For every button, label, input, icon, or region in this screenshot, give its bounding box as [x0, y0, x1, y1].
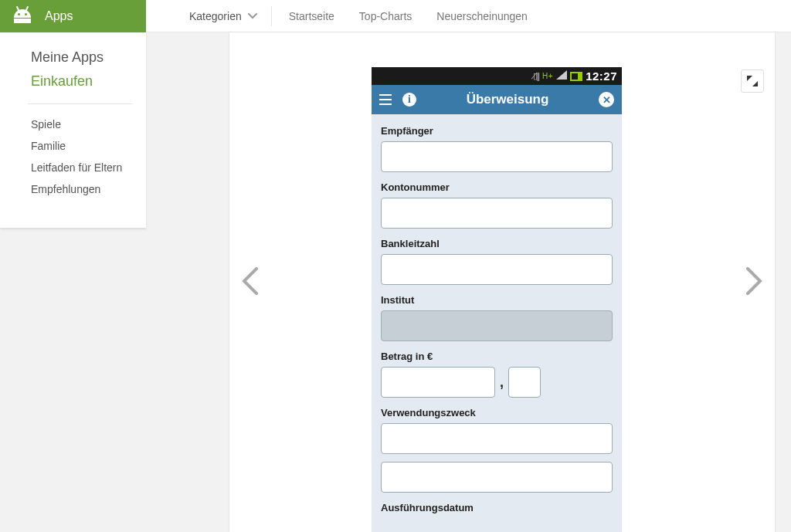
amount-euro-input[interactable] [381, 367, 495, 398]
purpose-input-1[interactable] [381, 423, 613, 454]
categories-label: Kategorien [189, 10, 242, 22]
close-icon[interactable]: ✕ [599, 92, 614, 107]
android-icon [14, 9, 31, 23]
bank-input [381, 310, 613, 341]
sidebar-divider [28, 103, 132, 104]
amount-label: Betrag in € [381, 351, 613, 362]
header: Apps Kategorien Startseite Top-Charts Ne… [0, 0, 791, 32]
account-label: Kontonummer [381, 181, 613, 193]
decimal-separator: , [500, 374, 504, 391]
bank-label: Institut [381, 294, 613, 306]
recipient-label: Empfänger [381, 125, 613, 137]
detail-card: ▯̸‖ H+ 12:27 i Überweisung ✕ Empfänger K… [229, 32, 775, 532]
gallery-prev[interactable] [242, 267, 259, 298]
sidebar-my-apps[interactable]: Meine Apps [0, 46, 146, 70]
sidebar-item-recs[interactable]: Empfehlungen [0, 178, 146, 200]
sidebar-item-family[interactable]: Familie [0, 135, 146, 157]
collapse-button[interactable] [741, 69, 764, 93]
amount-cent-input[interactable] [508, 367, 541, 398]
form-body: Empfänger Kontonummer Bankleitzahl Insti… [372, 114, 622, 532]
hamburger-icon[interactable] [379, 94, 392, 105]
mute-icon: ▯̸‖ [533, 71, 539, 81]
brand-label: Apps [45, 9, 73, 23]
phone-frame: ▯̸‖ H+ 12:27 i Überweisung ✕ Empfänger K… [372, 67, 622, 532]
nav-topcharts[interactable]: Top-Charts [347, 10, 424, 22]
sidebar: Meine Apps Einkaufen Spiele Familie Leit… [0, 32, 146, 228]
account-input[interactable] [381, 198, 613, 229]
categories-dropdown[interactable]: Kategorien [146, 0, 271, 32]
purpose-label: Verwendungszweck [381, 407, 613, 418]
divider [271, 6, 272, 26]
gallery-next[interactable] [745, 267, 762, 298]
chevron-down-icon [248, 13, 257, 19]
app-bar: i Überweisung ✕ [372, 85, 622, 114]
info-icon[interactable]: i [402, 93, 416, 107]
date-label: Ausführungsdatum [381, 502, 613, 513]
collapse-icon [747, 76, 758, 86]
status-clock: 12:27 [586, 69, 617, 83]
appbar-title: Überweisung [416, 92, 599, 107]
sidebar-item-parents[interactable]: Leitfaden für Eltern [0, 157, 146, 178]
network-hplus-icon: H+ [542, 73, 553, 80]
battery-icon [570, 72, 582, 81]
bankcode-input[interactable] [381, 254, 613, 285]
sidebar-item-games[interactable]: Spiele [0, 114, 146, 135]
recipient-input[interactable] [381, 141, 613, 172]
nav-newreleases[interactable]: Neuerscheinungen [424, 10, 540, 22]
bankcode-label: Bankleitzahl [381, 238, 613, 249]
brand-pill[interactable]: Apps [0, 0, 146, 32]
nav-home[interactable]: Startseite [277, 10, 347, 22]
statusbar: ▯̸‖ H+ 12:27 [372, 67, 622, 85]
nav-area: Kategorien Startseite Top-Charts Neuersc… [146, 0, 540, 32]
signal-icon [556, 70, 567, 82]
purpose-input-2[interactable] [381, 462, 613, 493]
sidebar-shop[interactable]: Einkaufen [0, 70, 146, 94]
